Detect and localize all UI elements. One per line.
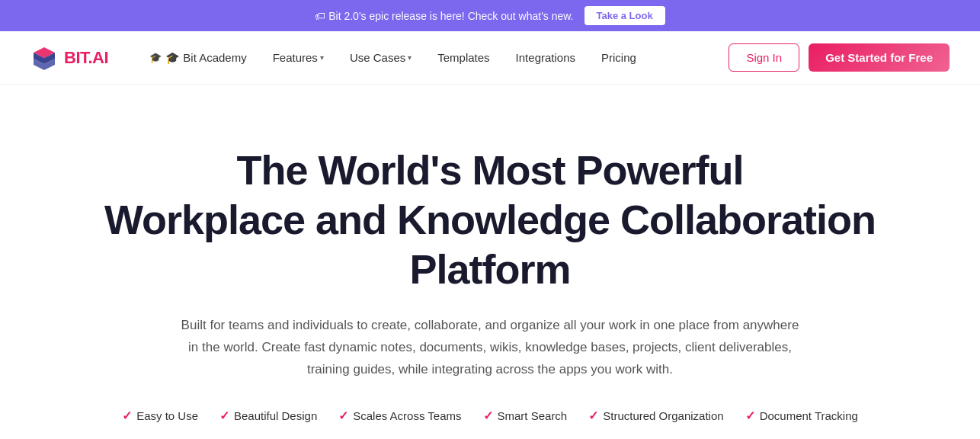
logo[interactable]: BIT.AI (30, 44, 108, 72)
announcement-bar: 🏷 Bit 2.0's epic release is here! Check … (0, 0, 980, 31)
take-a-look-button[interactable]: Take a Look (584, 6, 665, 25)
check-icon: ✓ (122, 409, 132, 423)
nav-integrations[interactable]: Integrations (505, 45, 586, 70)
hero-features-list: ✓ Easy to Use ✓ Beautiful Design ✓ Scale… (30, 409, 950, 423)
hero-title: The World's Most Powerful Workplace and … (30, 146, 950, 293)
nav-features[interactable]: Features ▾ (262, 45, 335, 70)
chevron-down-icon: ▾ (408, 53, 412, 62)
feature-structured-organization: ✓ Structured Organization (588, 409, 723, 423)
hero-section: The World's Most Powerful Workplace and … (0, 85, 980, 439)
feature-easy-to-use: ✓ Easy to Use (122, 409, 198, 423)
announcement-text: 🏷 Bit 2.0's epic release is here! Check … (315, 10, 573, 22)
feature-beautiful-design: ✓ Beautiful Design (219, 409, 317, 423)
sign-in-button[interactable]: Sign In (729, 43, 799, 72)
check-icon: ✓ (219, 409, 229, 423)
nav-links: 🎓 🎓 Bit Academy Features ▾ Use Cases ▾ T… (139, 45, 729, 71)
nav-actions: Sign In Get Started for Free (729, 43, 950, 72)
nav-pricing[interactable]: Pricing (591, 45, 647, 70)
hero-subtitle: Built for teams and individuals to creat… (178, 315, 802, 381)
check-icon: ✓ (338, 409, 348, 423)
check-icon: ✓ (483, 409, 493, 423)
feature-scales-across-teams: ✓ Scales Across Teams (338, 409, 461, 423)
navbar: BIT.AI 🎓 🎓 Bit Academy Features ▾ Use Ca… (0, 31, 980, 85)
academy-icon: 🎓 (149, 52, 162, 63)
nav-academy[interactable]: 🎓 🎓 Bit Academy (139, 45, 258, 71)
check-icon: ✓ (745, 409, 755, 423)
logo-text: BIT.AI (64, 48, 108, 68)
nav-templates[interactable]: Templates (427, 45, 500, 70)
feature-document-tracking: ✓ Document Tracking (745, 409, 858, 423)
logo-icon (30, 44, 58, 72)
nav-use-cases[interactable]: Use Cases ▾ (339, 45, 422, 70)
feature-smart-search: ✓ Smart Search (483, 409, 568, 423)
chevron-down-icon: ▾ (320, 53, 324, 62)
get-started-button[interactable]: Get Started for Free (809, 43, 950, 72)
check-icon: ✓ (588, 409, 598, 423)
